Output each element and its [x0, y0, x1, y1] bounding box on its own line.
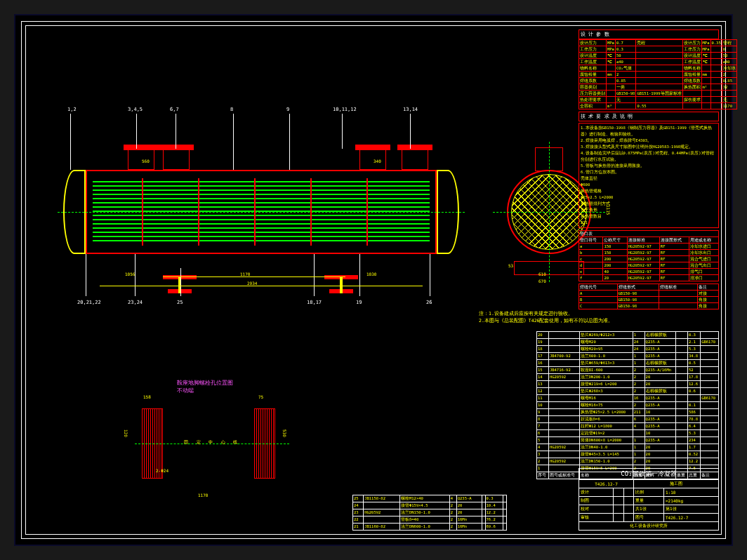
dim-line	[100, 286, 423, 286]
dim: 75	[258, 394, 263, 399]
dim: 2934	[247, 281, 257, 286]
callout: 20,21,22	[77, 300, 101, 305]
centerline	[58, 212, 465, 213]
title-block: CO₂回收第一冷凝器 T426.12-7 施工图 设计 比例1:10制图 重量≈…	[579, 468, 719, 531]
bom-table-2: 25JB1158-82螺栓M12×404Q235-A0.324接管Φ159×4.…	[352, 495, 507, 531]
callout: 10,11,12	[333, 107, 357, 112]
dim-line	[163, 276, 345, 277]
baffle	[310, 178, 312, 246]
outer-frame: 1,2 3,4,5 6,7 8 9 10,11,12 13,14 20,21,2…	[14, 14, 733, 546]
spec-tables: 设 计 参 数 设计压力MPa0.7壳程设计压力MPa0.35管程工作压力MPa…	[579, 29, 719, 309]
nozzle-c	[163, 149, 190, 170]
callout: 8	[230, 107, 233, 112]
dim: 2-Φ24	[156, 468, 168, 473]
callout: 26	[426, 300, 432, 305]
design-data-title: 设 计 参 数	[579, 29, 719, 39]
leader	[70, 114, 71, 170]
dim: 670	[538, 279, 546, 284]
centerline-label: 固 定 中 心 线	[184, 439, 240, 446]
baffle	[142, 178, 143, 246]
callout: 23,24	[128, 300, 143, 305]
bom-lower: 25JB1158-82螺栓M12×404Q235-A0.324接管Φ159×4.…	[352, 495, 507, 531]
bom-upper: 20垫片Φ269/Φ212×31石棉橡胶板0.319螺母M2024Q235-A2…	[536, 331, 719, 479]
design-data-table: 设计压力MPa0.7壳程设计压力MPa0.35管程工作压力MPa0.3工作压力M…	[579, 39, 737, 109]
dim: 1170	[240, 272, 250, 276]
detail-view: 鞍座地脚螺栓孔位置图不动端 158 75 1170 120 2-Φ24 固 定 …	[135, 387, 331, 528]
title-table: CO₂回收第一冷凝器 T426.12-7 施工图 设计 比例1:10制图 重量≈…	[579, 468, 719, 531]
drawing-title: CO₂回收第一冷凝器	[579, 469, 719, 480]
detail-title: 鞍座地脚螺栓孔位置图不动端	[177, 379, 233, 394]
dim: 158	[143, 394, 151, 399]
callout: 3,4,5	[128, 107, 143, 112]
leader	[233, 114, 234, 170]
nozzle-table: 管口表管口符号公称尺寸连接标准连接面形式用途或名称a150HG20592-97R…	[579, 230, 719, 281]
dim: 120	[124, 429, 128, 437]
leader	[180, 268, 181, 296]
leader	[176, 114, 176, 149]
dim: 610	[538, 272, 546, 276]
callout: 9	[286, 107, 289, 112]
leader	[289, 114, 290, 170]
callout: 25	[177, 300, 183, 305]
leader	[359, 254, 360, 296]
callout: 6,7	[170, 107, 179, 112]
elevation-view: 1,2 3,4,5 6,7 8 9 10,11,12 13,14 20,21,2…	[58, 128, 465, 324]
tech-req-title: 技 术 要 求 及 说 明	[579, 112, 719, 121]
leader	[136, 114, 137, 149]
bom-table: 20垫片Φ269/Φ212×31石棉橡胶板0.319螺母M2024Q235-A2…	[536, 331, 719, 479]
leader	[86, 254, 86, 296]
callout: 13,14	[403, 107, 418, 112]
callout: 1,2	[67, 107, 77, 112]
leader	[430, 254, 430, 296]
nozzle-b	[359, 149, 386, 170]
bottom-notes: 注：1.设备建成后应按有关规定进行验收。 2.本图与《总装配图》T426配套使用…	[479, 310, 613, 324]
tech-req-notes: 1.本设备按GB150-1998《钢制压力容器》及GB151-1999《管壳式换…	[579, 123, 719, 228]
nozzle-d	[402, 149, 428, 170]
nozzle-a	[128, 149, 154, 170]
dim: 530	[282, 429, 287, 437]
baffle	[254, 178, 256, 246]
dim: 1170	[198, 493, 208, 498]
callout: 19	[356, 300, 362, 305]
baffle	[198, 178, 199, 246]
leader	[410, 114, 411, 149]
dim: 560	[142, 159, 150, 164]
dim: 1056	[125, 272, 135, 276]
leader	[342, 114, 343, 149]
weld-table: 焊缝代号焊缝形式焊缝标准备注AGB150-98对接BGB150-98角接CGB1…	[579, 284, 719, 309]
callout: 18,17	[307, 300, 322, 305]
centerline-v	[549, 142, 550, 282]
dim: 340	[374, 159, 381, 164]
leader	[314, 254, 315, 296]
dim: 1030	[366, 272, 376, 276]
baffle	[366, 178, 368, 246]
dim: 53	[508, 263, 513, 268]
